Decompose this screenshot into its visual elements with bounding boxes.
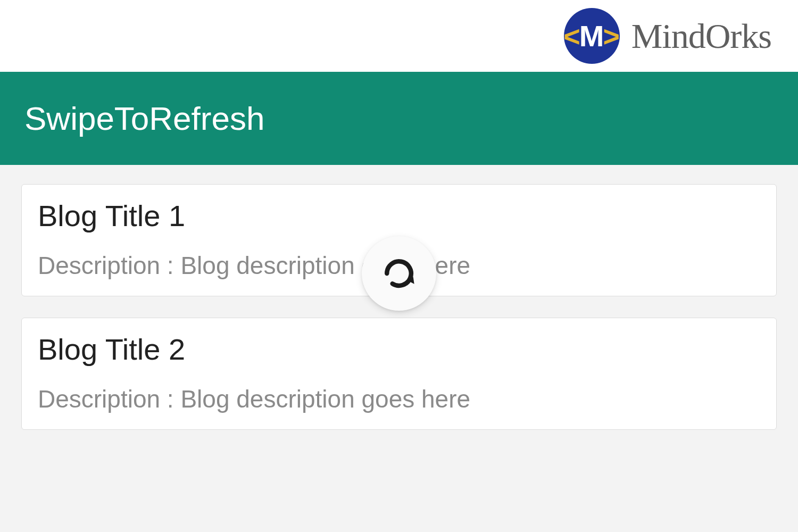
blog-item-description: Description : Blog description goes here	[38, 385, 760, 413]
blog-item-title: Blog Title 2	[38, 332, 760, 367]
angle-left-icon: <	[563, 22, 580, 51]
blog-item-title: Blog Title 1	[38, 198, 760, 233]
branding-header: < M > MindOrks	[0, 0, 798, 72]
refresh-icon	[378, 253, 420, 294]
refresh-indicator	[362, 236, 436, 311]
angle-right-icon: >	[603, 22, 620, 51]
brand-logo: < M >	[564, 8, 620, 64]
list-item[interactable]: Blog Title 2 Description : Blog descript…	[21, 318, 777, 430]
app-bar: SwipeToRefresh	[0, 72, 798, 165]
brand-name: MindOrks	[631, 16, 771, 56]
brand-logo-letter: M	[579, 21, 604, 51]
app-bar-title: SwipeToRefresh	[24, 99, 264, 137]
swipe-refresh-container[interactable]: Blog Title 1 Description : Blog descript…	[0, 165, 798, 532]
